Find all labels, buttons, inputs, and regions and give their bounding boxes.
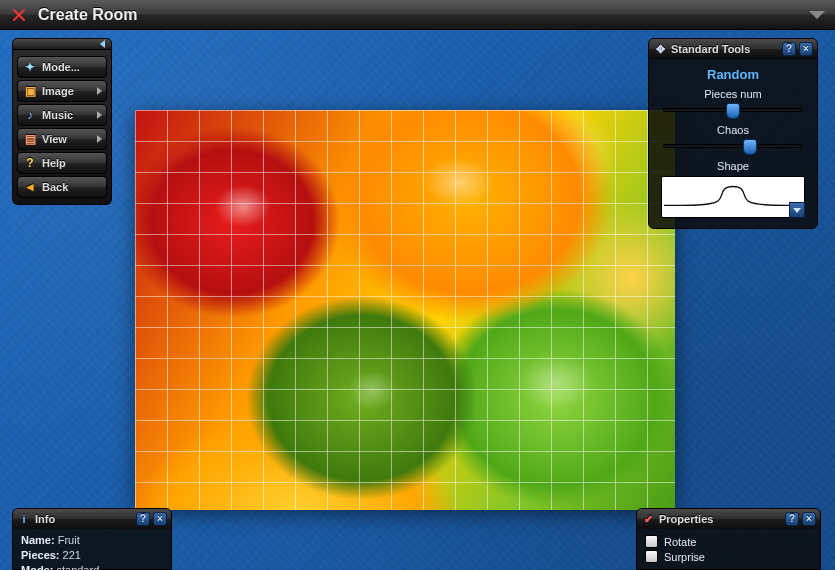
panel-close-button[interactable]: × [153,512,167,526]
panel-title: Standard Tools [671,43,750,55]
sidebar-item-label: Mode... [42,61,80,73]
pieces-slider-thumb[interactable] [726,103,740,119]
shape-preview [661,176,805,218]
panel-title: Info [35,513,55,525]
panel-title: Properties [659,513,713,525]
chaos-label: Chaos [659,124,807,136]
prop-rotate[interactable]: Rotate [645,535,812,548]
mode-icon: ✦ [22,59,38,75]
chevron-left-icon [100,40,105,48]
shape-dropdown-button[interactable] [789,202,805,218]
info-row-name: Name: Fruit [21,533,163,548]
sidebar-item-image[interactable]: ▣ Image [17,80,107,102]
sidebar-item-view[interactable]: ▤ View [17,128,107,150]
rotate-checkbox[interactable] [645,535,658,548]
prop-surprise[interactable]: Surprise [645,550,812,563]
image-icon: ▣ [22,83,38,99]
properties-panel: ✔ Properties ? × Rotate Surprise [636,508,821,570]
panel-header[interactable]: i Info ? × [13,509,171,529]
back-icon: ◄ [22,179,38,195]
shape-label: Shape [659,160,807,172]
checkbox-label: Rotate [664,536,696,548]
info-panel: i Info ? × Name: Fruit Pieces: 221 Mode:… [12,508,172,570]
view-icon: ▤ [22,131,38,147]
sidebar-item-music[interactable]: ♪ Music [17,104,107,126]
app-logo-icon [10,6,28,24]
titlebar: Create Room [0,0,835,30]
sidebar-item-mode[interactable]: ✦ Mode... [17,56,107,78]
panel-close-button[interactable]: × [799,42,813,56]
pieces-slider[interactable] [663,108,803,112]
panel-header[interactable]: ✥ Standard Tools ? × [649,39,817,59]
chaos-slider-thumb[interactable] [743,139,757,155]
puzzle-grid-overlay [135,110,675,510]
sidebar-item-label: View [42,133,67,145]
info-icon: i [17,512,31,526]
chevron-right-icon [97,111,102,119]
panel-header[interactable]: ✔ Properties ? × [637,509,820,529]
surprise-checkbox[interactable] [645,550,658,563]
standard-tools-panel: ✥ Standard Tools ? × Random Pieces num C… [648,38,818,229]
puzzle-preview[interactable] [135,110,675,510]
sidebar-item-label: Image [42,85,74,97]
sidebar-menu: ✦ Mode... ▣ Image ♪ Music ▤ View ? Help … [12,50,112,205]
panel-close-button[interactable]: × [802,512,816,526]
sidebar-item-label: Music [42,109,73,121]
info-row-pieces: Pieces: 221 [21,548,163,563]
help-icon: ? [22,155,38,171]
sidebar-collapse-handle[interactable] [12,38,112,50]
tools-subtitle: Random [659,67,807,82]
panel-help-button[interactable]: ? [782,42,796,56]
window-title: Create Room [38,6,138,24]
chevron-down-icon [793,208,801,213]
pieces-label: Pieces num [659,88,807,100]
sidebar-item-label: Help [42,157,66,169]
shape-curve-icon [662,177,804,217]
sidebar-item-label: Back [42,181,68,193]
chevron-right-icon [97,135,102,143]
puzzle-piece-icon: ✥ [653,42,667,56]
chevron-right-icon [97,87,102,95]
info-row-mode: Mode: standard [21,563,163,570]
titlebar-collapse-icon[interactable] [809,11,825,19]
music-icon: ♪ [22,107,38,123]
sidebar-item-back[interactable]: ◄ Back [17,176,107,198]
panel-help-button[interactable]: ? [136,512,150,526]
sidebar: ✦ Mode... ▣ Image ♪ Music ▤ View ? Help … [12,38,112,205]
chaos-slider[interactable] [663,144,803,148]
checkbox-label: Surprise [664,551,705,563]
panel-help-button[interactable]: ? [785,512,799,526]
properties-icon: ✔ [641,512,655,526]
sidebar-item-help[interactable]: ? Help [17,152,107,174]
